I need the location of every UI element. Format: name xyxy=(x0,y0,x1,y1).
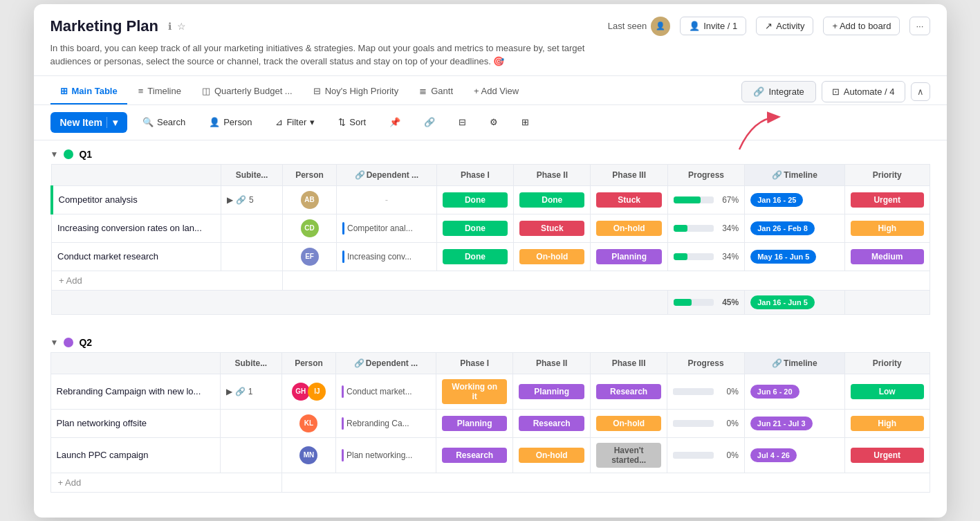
phase3-cell: On-hold xyxy=(590,409,667,437)
col-name xyxy=(52,164,221,185)
progress-cell: 34% xyxy=(667,242,744,271)
activity-button[interactable]: ↗ Activity xyxy=(756,17,813,35)
phase3-cell: Planning xyxy=(591,242,667,271)
timeline-cell: Jan 26 - Feb 8 xyxy=(745,214,845,242)
person-icon: 👤 xyxy=(689,21,700,31)
person-cell[interactable]: AB xyxy=(283,185,337,214)
phase1-cell: Working on it xyxy=(436,374,512,409)
automate-icon: ⊡ xyxy=(832,86,840,97)
person-cell[interactable]: MN xyxy=(281,437,335,473)
col-timeline-q1: 🔗Timeline xyxy=(745,164,845,185)
activity-icon: ↗ xyxy=(765,21,773,31)
pin-icon[interactable]: 📌 xyxy=(381,113,409,131)
person-icon: 👤 xyxy=(209,117,220,127)
summary-empty xyxy=(52,290,668,314)
link-icon-btn[interactable]: 🔗 xyxy=(416,113,443,131)
table-icon: ⊞ xyxy=(60,86,68,96)
phase1-cell: Done xyxy=(436,214,513,242)
dependent-cell: Competitor anal... xyxy=(337,214,437,242)
group-q1-chevron[interactable]: ▼ xyxy=(50,149,59,159)
star-icon[interactable]: ☆ xyxy=(177,21,186,32)
phase2-cell: On-hold xyxy=(514,242,591,271)
integrate-button[interactable]: 🔗 Integrate xyxy=(741,81,815,102)
person-avatar: EF xyxy=(301,248,319,266)
invite-button[interactable]: 👤 Invite / 1 xyxy=(680,17,746,35)
board-description: In this board, you can keep track of all… xyxy=(50,42,618,68)
tab-gantt[interactable]: ≣ Gantt xyxy=(409,79,463,104)
item-name[interactable]: Launch PPC campaign xyxy=(50,437,220,473)
priority-cell: Low xyxy=(844,374,930,409)
item-name[interactable]: Competitor analysis xyxy=(52,185,221,214)
timeline-cell: May 16 - Jun 5 xyxy=(745,242,845,271)
col-dependent-q2: 🔗Dependent ... xyxy=(335,352,436,374)
table-row: Conduct market research EF Increasing co… xyxy=(52,242,930,271)
collapse-button[interactable]: ∧ xyxy=(911,82,930,101)
filter-chevron: ▾ xyxy=(310,117,315,127)
group-q1-header: ▼ Q1 xyxy=(50,140,930,164)
col-phase2-q2: Phase II xyxy=(513,352,590,374)
more-options-button[interactable]: ··· xyxy=(909,17,930,35)
priority-cell: Urgent xyxy=(844,185,930,214)
timeline-cell: Jul 4 - 26 xyxy=(744,437,844,473)
subitem-count[interactable] xyxy=(220,437,281,473)
item-name[interactable]: Plan networking offsite xyxy=(50,409,220,437)
info-icon[interactable]: ℹ xyxy=(168,21,172,32)
table-row: Competitor analysis ▶ 🔗 5 AB - Done Done xyxy=(52,185,930,214)
priority-cell: Medium xyxy=(844,242,930,271)
q1-table: Subite... Person 🔗Dependent ... Phase I … xyxy=(50,164,930,315)
person-cell[interactable]: CD xyxy=(283,214,337,242)
automate-button[interactable]: ⊡ Automate / 4 xyxy=(822,81,905,102)
col-phase2: Phase II xyxy=(514,164,591,185)
progress-cell: 0% xyxy=(667,409,744,437)
dependent-cell: - xyxy=(337,185,437,214)
new-item-dropdown-arrow[interactable]: ▾ xyxy=(107,117,118,128)
add-item-button[interactable]: + Add xyxy=(52,271,283,290)
group-q2-header: ▼ Q2 xyxy=(50,329,930,352)
item-name[interactable]: Increasing conversion rates on lan... xyxy=(52,214,221,242)
person-cell[interactable]: EF xyxy=(283,242,337,271)
group-q1-dot xyxy=(64,149,73,159)
person-cell[interactable]: KL xyxy=(281,409,335,437)
sort-button[interactable]: ⇅ Sort xyxy=(330,113,374,131)
expand-icon[interactable]: ⊞ xyxy=(513,113,537,131)
new-item-button[interactable]: New Item ▾ xyxy=(50,112,127,133)
tab-timeline[interactable]: ≡ Timeline xyxy=(129,79,191,104)
phase2-cell: Research xyxy=(513,409,590,437)
table-row: Increasing conversion rates on lan... CD… xyxy=(52,214,930,242)
add-item-row-q2[interactable]: + Add xyxy=(50,473,930,492)
add-to-board-button[interactable]: + Add to board xyxy=(823,17,900,35)
search-button[interactable]: 🔍 Search xyxy=(134,113,194,131)
col-phase1-q2: Phase I xyxy=(436,352,512,374)
subitem-count[interactable]: ▶ 🔗 1 xyxy=(220,374,281,409)
phase3-cell: Haven't started... xyxy=(590,437,667,473)
group-q2: ▼ Q2 Subite... Person 🔗Dependent ... Pha… xyxy=(50,329,930,493)
subitem-count[interactable] xyxy=(221,214,282,242)
item-name[interactable]: Rebranding Campaign with new lo... xyxy=(50,374,220,409)
page-title: Marketing Plan xyxy=(50,17,158,35)
group-q2-chevron[interactable]: ▼ xyxy=(50,338,59,347)
formula-icon[interactable]: ⚙ xyxy=(481,113,506,131)
tab-main-table[interactable]: ⊞ Main Table xyxy=(50,79,127,104)
tab-quarterly-budget[interactable]: ◫ Quarterly Budget ... xyxy=(192,79,302,104)
person-avatar: AB xyxy=(301,191,319,209)
tab-add-view[interactable]: + Add View xyxy=(464,79,528,104)
row-height-icon[interactable]: ⊟ xyxy=(450,113,474,131)
subitem-count[interactable]: ▶ 🔗 5 xyxy=(221,185,282,214)
add-item-button-q2[interactable]: + Add xyxy=(50,473,281,492)
gantt-icon: ≣ xyxy=(419,86,427,96)
tab-noy-priority[interactable]: ⊟ Noy's High Priority xyxy=(304,79,409,104)
filter-button[interactable]: ⊿ Filter ▾ xyxy=(267,113,323,131)
add-item-row[interactable]: + Add xyxy=(52,271,930,290)
person-filter-button[interactable]: 👤 Person xyxy=(201,113,260,131)
person-cell[interactable]: GH IJ xyxy=(281,374,335,409)
dependent-cell: Increasing conv... xyxy=(337,242,437,271)
subitem-count[interactable] xyxy=(221,242,282,271)
col-person: Person xyxy=(283,164,337,185)
integrate-icon: 🔗 xyxy=(753,86,764,97)
item-name[interactable]: Conduct market research xyxy=(52,242,221,271)
person-avatar: MN xyxy=(299,446,317,464)
col-phase3-q2: Phase III xyxy=(590,352,667,374)
priority-icon: ⊟ xyxy=(313,86,321,96)
subitem-count[interactable] xyxy=(220,409,281,437)
col-progress-q2: Progress xyxy=(667,352,744,374)
